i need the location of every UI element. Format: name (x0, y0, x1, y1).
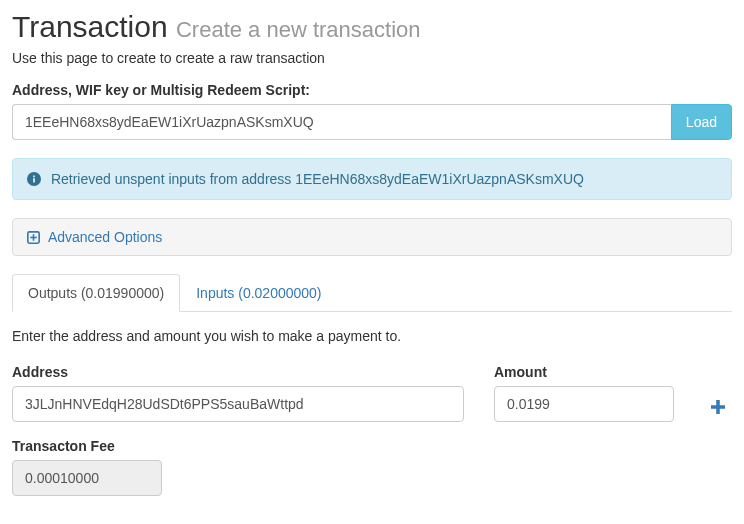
page-header: Transaction Create a new transaction Use… (12, 10, 732, 66)
add-output-button[interactable] (711, 398, 725, 416)
expand-icon (27, 229, 44, 245)
tab-inputs[interactable]: Inputs (0.02000000) (180, 274, 337, 312)
page-description: Use this page to create to create a raw … (12, 50, 732, 66)
page-title: Transaction Create a new transaction (12, 10, 421, 43)
title-text: Transaction (12, 10, 168, 43)
redeem-script-input-group: Load (12, 104, 732, 140)
redeem-script-label: Address, WIF key or Multisig Redeem Scri… (12, 82, 732, 98)
address-label: Address (12, 364, 464, 380)
page-subtitle: Create a new transaction (176, 17, 421, 42)
alert-text: Retrieved unspent inputs from address 1E… (51, 171, 584, 187)
amount-label: Amount (494, 364, 674, 380)
tabs: Outputs (0.01990000) Inputs (0.02000000) (12, 274, 732, 312)
output-address-input[interactable] (12, 386, 464, 422)
advanced-options-label: Advanced Options (48, 229, 162, 245)
fee-label: Transacton Fee (12, 438, 732, 454)
info-icon (27, 171, 45, 187)
outputs-help-text: Enter the address and amount you wish to… (12, 328, 732, 344)
svg-rect-7 (711, 405, 725, 409)
svg-rect-1 (33, 178, 35, 182)
advanced-options-panel: Advanced Options (12, 218, 732, 256)
output-amount-input[interactable] (494, 386, 674, 422)
tab-outputs[interactable]: Outputs (0.01990000) (12, 274, 180, 312)
plus-icon (711, 398, 725, 415)
status-alert: Retrieved unspent inputs from address 1E… (12, 158, 732, 200)
svg-rect-2 (33, 176, 35, 178)
load-button[interactable]: Load (671, 104, 732, 140)
redeem-script-input[interactable] (12, 104, 671, 140)
advanced-options-toggle[interactable]: Advanced Options (13, 219, 731, 255)
fee-input (12, 460, 162, 496)
output-row: Address Amount (12, 348, 732, 422)
